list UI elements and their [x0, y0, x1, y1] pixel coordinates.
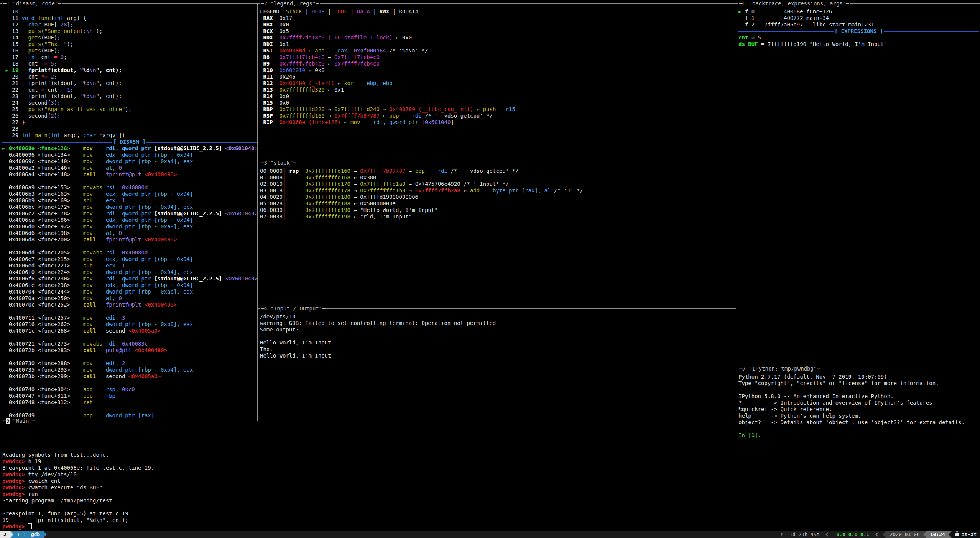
terminal-line: 0x400721 <func+273> movabs rdi, 0x40083c	[2, 341, 257, 347]
terminal-line: RIP 0x40068e (func+126) ← mov rdi, qword…	[260, 119, 735, 126]
terminal-line: 29 int main(int argc, char *argv[])	[2, 132, 257, 139]
pane-title-disasm: ─1 "disasm, code"─	[2, 0, 62, 7]
terminal-line	[2, 334, 257, 341]
terminal-line: ► 0x40068e <func+126> mov rdi, qword ptr…	[2, 145, 257, 152]
terminal-line: 13 puts("Some output:\n");	[2, 28, 257, 34]
terminal-line: R12 0x4004b0 (_start) ← xor ebp, ebp	[260, 80, 735, 87]
terminal-line	[2, 504, 735, 510]
pane-backtrace-expressions[interactable]: ─6 "backtrace, expressions, args"─ ► f 0…	[736, 3, 980, 369]
status-right: ↑ 1d 23h 49m 0.0 0.1 0.1 2020-03-06 10:2…	[777, 531, 980, 538]
terminal-line: ► 19 fprintf(stdout, "%d\n", cnt);	[2, 67, 257, 74]
pane-main-gdb-console[interactable]: ─5 "Main"─ Reading symbols from test...d…	[0, 421, 736, 531]
terminal-line: IPython 5.8.0 -- An enhanced Interactive…	[738, 393, 979, 400]
terminal-line: R13 0x7fffffffd320 ← 0x1	[260, 87, 735, 93]
terminal-line: 0x40072b <func+283> call puts@plt <0x400…	[2, 347, 257, 354]
terminal-line	[2, 426, 735, 432]
terminal-line: 11 void func(int arg) {	[2, 15, 257, 21]
terminal-line: 0x400716 <func+262> mov dword ptr [rbp -…	[2, 321, 257, 328]
terminal-line	[2, 380, 257, 386]
terminal-line: 24 second(3);	[2, 100, 257, 106]
window-name: gdb	[31, 531, 40, 538]
disasm-code-content: 10 11 void func(int arg) { 12 char BUF[1…	[2, 8, 257, 421]
terminal-line: 19 fprintf(stdout, "%d\n", cnt);	[2, 517, 735, 523]
terminal-line: 12 char BUF[128];	[2, 21, 257, 28]
terminal-line	[738, 387, 979, 393]
tmux-session-badge[interactable]: 2	[0, 531, 10, 538]
terminal-line: 14 gets(BUF);	[2, 34, 257, 41]
registers-content: LEGEND: STACK | HEAP | CODE | DATA | RWX…	[260, 8, 735, 163]
powerline-separator-icon	[883, 531, 886, 538]
terminal-line: 26 second(2);	[2, 113, 257, 119]
terminal-line: 0x400704 <func+244> mov dword ptr [rbp -…	[2, 289, 257, 295]
terminal-line: 05:0028│ 0x7fffffffd188 ← 0x50000000e	[260, 200, 735, 207]
tmux-window-tab-gdb[interactable]: 1〉gdb	[13, 531, 43, 538]
stack-content: 00:0000│ rsp 0x7fffffffd160 → 0x7ffff7b9…	[260, 168, 735, 308]
terminal-line: R11 0x246	[260, 74, 735, 80]
terminal-line: 0x40070a <func+250> mov al, 0	[2, 295, 257, 302]
up-arrow-icon: ↑	[781, 531, 784, 538]
pane-ipython[interactable]: ─7 "IPython: tmp/pwndbg"─ Python 2.7.17 …	[736, 369, 980, 531]
powerline-separator-icon	[43, 531, 47, 538]
window-index: 1	[17, 531, 20, 538]
text-cursor	[28, 523, 32, 529]
terminal-line: 04:0020│ 0x7fffffffd180 ← 0xffffd1900000…	[260, 194, 735, 200]
terminal-line: 0x4006bc <func+172> mov dword ptr [rbp -…	[2, 204, 257, 210]
load-average: 0.0 0.1 0.1	[833, 531, 873, 538]
pane-registers[interactable]: ─2 "legend, regs"─ LEGEND: STACK | HEAP …	[257, 3, 736, 163]
terminal-line: cnt = 5	[738, 34, 979, 41]
tmux-status-bar: 2 1〉gdb ↑ 1d 23h 49m 0.0 0.1 0.1 2020-03…	[0, 531, 980, 538]
main-console-content: Reading symbols from test...done.pwndbg>…	[2, 426, 735, 531]
pane-title-backtrace: ─6 "backtrace, expressions, args"─	[738, 0, 850, 7]
terminal-line: LEGEND: STACK | HEAP | CODE | DATA | RWX…	[260, 8, 735, 15]
terminal-line: /dev/pts/10	[260, 313, 735, 320]
terminal-line	[2, 406, 257, 412]
terminal-line: ► f 0 40068e func+126	[738, 8, 979, 15]
terminal-line: 20 cnt *= 2;	[2, 74, 257, 80]
terminal-line: R14 0x0	[260, 93, 735, 100]
pane-stack[interactable]: ─3 "stack"─ 00:0000│ rsp 0x7fffffffd160 …	[257, 163, 736, 308]
terminal-line: pwndbg> cwatch cnt	[2, 478, 735, 484]
terminal-line	[2, 354, 257, 360]
pane-input-output[interactable]: ─4 "Input / Output"─ /dev/pts/10warning:…	[257, 308, 736, 421]
terminal-line: R15 0x0	[260, 100, 735, 106]
terminal-line: 0x40073b <func+299> call second <0x4005a…	[2, 373, 257, 380]
terminal-line: 07:0038│ 0x7fffffffd198 ← "rld, I'm Inpu…	[260, 213, 735, 220]
terminal-line: 22 cnt = cnt - 1;	[2, 87, 257, 93]
terminal-line	[738, 426, 979, 432]
status-hostname: at-at	[952, 531, 980, 538]
powerline-separator-icon	[923, 531, 927, 538]
terminal-line: 0x400735 <func+293> mov dword ptr [rbp -…	[2, 367, 257, 373]
terminal-line: pwndbg> b 19	[2, 458, 735, 465]
chevron-right-icon: 〉	[23, 531, 28, 538]
section-divider: [ DISASM ]	[2, 139, 257, 145]
terminal-line: RSP 0x7fffffffd160 → 0x7ffff7b97787 ← po…	[260, 113, 735, 119]
terminal-line: Hello World, I'm Input	[260, 340, 735, 346]
terminal-line: Hello World, I'm Input	[260, 353, 735, 359]
terminal-line: ? -> Introduction and overview of IPytho…	[738, 400, 979, 406]
terminal-line: RBP 0x7fffffffd220 → 0x7fffffffd240 → 0x…	[260, 106, 735, 113]
terminal-line: 0x4006a9 <func+153> movabs rsi, 0x40080d	[2, 184, 257, 191]
terminal-line: R10 0x602010 ← 0x0	[260, 67, 735, 74]
io-content: /dev/pts/10warning: GDB: Failed to set c…	[260, 313, 735, 421]
terminal-line: 00:0000│ rsp 0x7fffffffd160 → 0x7ffff7b9…	[260, 168, 735, 174]
terminal-line: RBX 0x0	[260, 21, 735, 28]
pane-title-ipython: ─7 "IPython: tmp/pwndbg"─	[738, 366, 821, 372]
terminal-line: 16 puts(BUF);	[2, 48, 257, 54]
terminal-line: RDI 0x1	[260, 41, 735, 48]
terminal-line: Python 2.7.17 (default, Nov 7 2019, 10:0…	[738, 374, 979, 380]
powerline-separator-icon	[949, 531, 952, 538]
pane-disasm-code[interactable]: ─1 "disasm, code"─ 10 11 void func(int a…	[0, 3, 257, 421]
lock-icon	[955, 533, 959, 536]
terminal-line: Thx.	[260, 346, 735, 353]
terminal-line: 0x400747 <func+311> pop rbp	[2, 393, 257, 399]
terminal-line: 02:0010│ 0x7fffffffd170 → 0x7fffffffd1a0…	[260, 181, 735, 187]
powerline-separator-icon	[10, 531, 13, 538]
terminal-line	[2, 178, 257, 184]
terminal-line: 0x4006a4 <func+148> call fprintf@plt <0x…	[2, 171, 257, 178]
terminal-line: 0x400730 <func+288> mov edi, 2	[2, 360, 257, 367]
terminal-line	[2, 432, 735, 439]
terminal-line: 0x40070c <func+252> call fprintf@plt <0x…	[2, 302, 257, 308]
terminal-line: 0x4006f6 <func+230> mov rdi, qword ptr […	[2, 276, 257, 282]
terminal-line: 15 puts("Thx. ");	[2, 41, 257, 48]
terminal-line: 0x40069c <func+140> mov dword ptr [rbp -…	[2, 158, 257, 165]
